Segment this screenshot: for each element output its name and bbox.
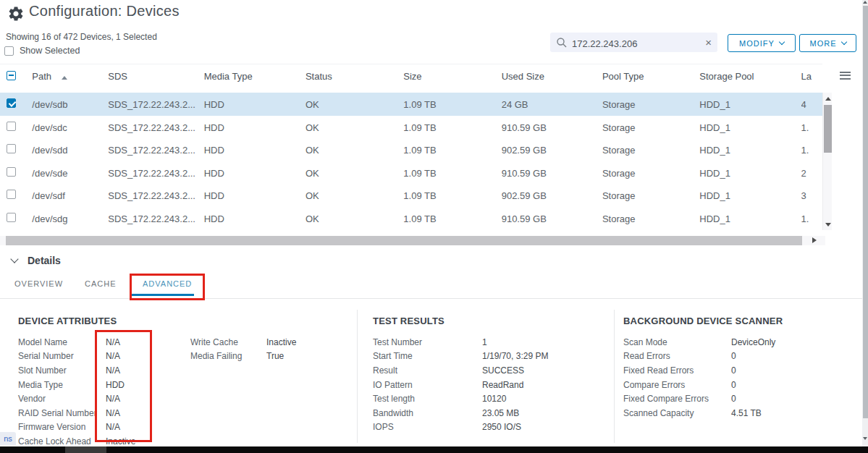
attr-label: Compare Errors [623, 380, 731, 390]
row-checkbox[interactable] [7, 167, 16, 177]
column-header-size[interactable]: Size [403, 71, 501, 82]
section-heading: BACKGROUND DEVICE SCANNER [623, 316, 855, 326]
scrollbar-thumb[interactable] [6, 236, 802, 245]
cell-last: 3 [801, 190, 822, 201]
modify-button[interactable]: MODIFY [728, 34, 796, 52]
scrollbar-thumb[interactable] [863, 6, 868, 418]
show-selected-checkbox[interactable] [4, 46, 14, 56]
column-header-last[interactable]: La [801, 71, 822, 82]
scroll-up-icon[interactable] [825, 97, 831, 101]
column-header-pool-type[interactable]: Pool Type [602, 71, 699, 82]
cell-storage-pool: HDD_1 [699, 99, 801, 110]
tab-overview[interactable]: OVERVIEW [14, 279, 63, 288]
sort-asc-icon [62, 76, 67, 80]
column-header-sds[interactable]: SDS [108, 71, 203, 82]
status-bar-fragment: ns [0, 432, 16, 445]
attr-value: N/A [106, 351, 171, 361]
cell-storage-pool: HDD_1 [699, 122, 801, 133]
attr-value: N/A [106, 337, 171, 347]
table-header-row: Path SDS Media Type Status Size Used Siz… [0, 64, 822, 88]
attr-label: Scan Mode [623, 337, 731, 347]
tab-advanced[interactable]: ADVANCED [143, 279, 192, 288]
column-header-media-type[interactable]: Media Type [204, 71, 306, 82]
cell-status: OK [306, 168, 403, 179]
row-checkbox[interactable] [7, 190, 16, 199]
cell-status: OK [306, 213, 403, 224]
cell-sds: SDS_172.22.243.2... [108, 190, 203, 201]
scroll-right-icon[interactable] [812, 237, 817, 243]
column-header-path[interactable]: Path [32, 71, 108, 82]
show-selected-toggle[interactable]: Show Selected [4, 46, 80, 56]
divider [357, 310, 358, 443]
cell-last: 1. [801, 213, 822, 224]
cell-pool-type: Storage [602, 168, 699, 179]
cell-pool-type: Storage [602, 190, 699, 201]
device-attributes-section: DEVICE ATTRIBUTES Model NameN/A Serial N… [18, 311, 351, 449]
cell-media-type: HDD [204, 168, 306, 179]
row-checkbox[interactable] [7, 144, 16, 153]
cell-path: /dev/sdf [32, 190, 108, 201]
cell-pool-type: Storage [602, 99, 699, 110]
divider [0, 298, 862, 299]
cell-size: 1.09 TB [403, 145, 501, 156]
scroll-down-icon[interactable] [825, 223, 831, 226]
cell-path: /dev/sdd [32, 145, 108, 156]
cell-last: 2 [801, 168, 822, 179]
bottom-bar-segment [65, 446, 106, 453]
cell-storage-pool: HDD_1 [699, 213, 801, 224]
search-input[interactable] [572, 35, 705, 49]
modify-button-label: MODIFY [739, 39, 775, 48]
column-settings-icon[interactable] [840, 69, 851, 81]
cell-last: 1. [801, 145, 822, 156]
chevron-down-icon [10, 255, 18, 263]
cell-used-size: 910.59 GB [502, 213, 602, 224]
row-checkbox[interactable] [7, 122, 16, 131]
attr-label: RAID Serial Number [18, 408, 106, 418]
cell-media-type: HDD [204, 122, 306, 133]
cell-storage-pool: HDD_1 [699, 145, 801, 156]
attr-label: Read Errors [623, 351, 731, 361]
column-header-status[interactable]: Status [306, 71, 403, 82]
cell-sds: SDS_172.22.243.2... [108, 145, 203, 156]
details-collapse-toggle[interactable]: Details [12, 255, 61, 266]
table-row[interactable]: /dev/sdc SDS_172.22.243.2... HDD OK 1.09… [0, 116, 822, 139]
cell-path: /dev/sdg [32, 213, 108, 224]
page-vertical-scrollbar[interactable] [862, 0, 868, 453]
row-checkbox[interactable] [7, 213, 16, 222]
attr-value: 0 [731, 380, 736, 390]
scrollbar-thumb[interactable] [824, 105, 832, 153]
cell-status: OK [306, 145, 403, 156]
column-header-storage-pool[interactable]: Storage Pool [699, 71, 801, 82]
attr-value: 2950 IO/S [482, 422, 521, 432]
table-horizontal-scrollbar[interactable] [0, 236, 825, 245]
table-vertical-scrollbar[interactable] [822, 93, 832, 230]
cell-status: OK [306, 190, 403, 201]
scroll-down-icon[interactable] [863, 437, 867, 440]
cell-media-type: HDD [204, 145, 306, 156]
attr-label: Firmware Version [18, 422, 106, 432]
cell-size: 1.09 TB [403, 190, 501, 201]
clear-search-icon[interactable]: × [705, 37, 712, 48]
device-attributes-column-2: Write CacheInactive Media FailingTrue [190, 335, 332, 363]
device-search-box[interactable]: × [550, 33, 717, 52]
show-selected-label: Show Selected [20, 46, 80, 56]
tab-cache[interactable]: CACHE [85, 279, 117, 288]
scroll-up-icon[interactable] [863, 1, 867, 4]
column-header-used-size[interactable]: Used Size [502, 71, 602, 82]
row-checkbox[interactable] [7, 98, 16, 108]
attr-value: HDD [106, 380, 171, 390]
table-row[interactable]: /dev/sdf SDS_172.22.243.2... HDD OK 1.09… [0, 184, 822, 207]
attr-label: Test Number [373, 337, 482, 347]
attr-value: N/A [106, 422, 171, 432]
cell-pool-type: Storage [602, 213, 699, 224]
section-heading: DEVICE ATTRIBUTES [18, 316, 351, 326]
attr-label: Fixed Read Errors [623, 365, 731, 376]
table-row[interactable]: /dev/sdb SDS_172.22.243.2... HDD OK 1.09… [0, 93, 822, 116]
table-row[interactable]: /dev/sde SDS_172.22.243.2... HDD OK 1.09… [0, 161, 822, 185]
more-button[interactable]: MORE [799, 34, 856, 52]
table-row[interactable]: /dev/sdg SDS_172.22.243.2... HDD OK 1.09… [0, 207, 822, 230]
select-all-checkbox[interactable] [7, 71, 16, 80]
configuration-devices-page: Configuration: Devices Showing 16 of 472… [0, 0, 868, 453]
cell-sds: SDS_172.22.243.2... [108, 122, 203, 133]
table-row[interactable]: /dev/sdd SDS_172.22.243.2... HDD OK 1.09… [0, 138, 822, 161]
